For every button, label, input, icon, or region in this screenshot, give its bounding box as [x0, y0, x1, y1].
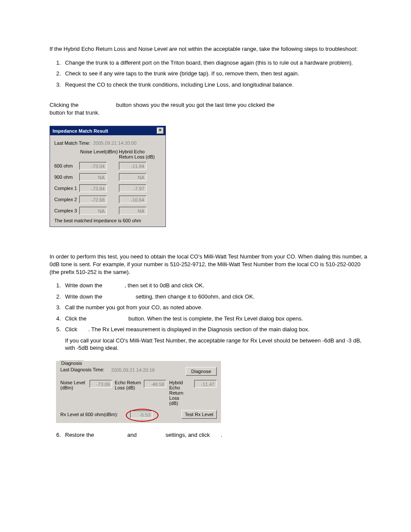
noise-value: -73.04 [79, 162, 107, 170]
text: , then set it to 0dB and click OK. [125, 282, 204, 289]
text: button shows you the result you got the … [116, 102, 274, 108]
herl-value: NA [119, 207, 146, 215]
impedance-dialog: Impedance Match Result ✕ Last Match Time… [50, 126, 166, 227]
diagnosis-panel: Diagnosis Last Diagnosis Time: 2005.09.2… [56, 361, 221, 423]
text: Click the [65, 315, 88, 322]
text: Clicking the [50, 102, 80, 108]
noise-level-label: Noise Level(dBm) [60, 380, 85, 390]
text: settings, and click [164, 432, 212, 438]
noise-value: NA [79, 173, 107, 181]
troubleshoot-intro: If the Hybrid Echo Return Loss and Noise… [50, 45, 368, 53]
troubleshoot-steps: Change the trunk to a different port on … [50, 59, 368, 89]
mw-step: Click the button. When the test is compl… [62, 315, 368, 323]
text: button. When the test is complete, the T… [127, 315, 303, 322]
text: setting, then change it to 600ohm, and c… [134, 293, 255, 300]
ts-step: Check to see if any wire taps to the tru… [62, 70, 368, 78]
diagnosis-legend: Diagnosis [59, 360, 84, 367]
text: . The Rx Level measurement is displayed … [88, 326, 310, 333]
mw-step: Write down the setting, then change it t… [62, 293, 368, 301]
imp-row-c1: Complex 1 -73.84 -7.97 [54, 184, 161, 192]
last-diag-time-value: 2005.09.21 14:20:18 [111, 367, 155, 373]
ts-step: Change the trunk to a different port on … [62, 59, 368, 67]
text: . [221, 432, 223, 438]
mw-step: Write down the , then set it to 0dB and … [62, 282, 368, 289]
milliwatt-intro: In order to perform this test, you need … [50, 253, 368, 276]
click-desc-2: button for that trunk. [50, 109, 368, 117]
mw-step: Call the number you got from your CO, as… [62, 304, 368, 311]
col-herl-1: Hybrid Echo [119, 149, 158, 154]
rx-level-value: -5.53 [130, 411, 153, 418]
ts-step: Request the CO to check the trunk condit… [62, 81, 368, 89]
noise-level-value: -73.06 [90, 380, 112, 388]
erl-value: -48.58 [144, 380, 166, 388]
imp-label: 900 ohm [54, 174, 79, 180]
imp-label: Complex 2 [54, 197, 79, 202]
imp-row-900: 900 ohm NA NA [54, 173, 161, 181]
erl-label: Echo ReturnLoss (dB) [115, 380, 141, 390]
noise-value: -72.68 [79, 196, 107, 203]
noise-value: -73.84 [79, 184, 107, 192]
imp-row-c3: Complex 3 NA NA [54, 207, 161, 215]
diagnose-button[interactable]: Diagnose [186, 367, 217, 376]
imp-label: Complex 1 [54, 186, 79, 191]
milliwatt-steps: Write down the , then set it to 0dB and … [50, 282, 368, 439]
click-desc: Clicking the button shows you the result… [50, 101, 368, 109]
text: and [126, 432, 138, 438]
last-match-time-value: 2005.09.21 14:20:00 [93, 140, 137, 146]
noise-value: NA [79, 207, 107, 215]
text: Write down the [65, 282, 104, 289]
mw-step: Restore the and settings, and click . [62, 431, 368, 439]
text: Write down the [65, 293, 104, 300]
herl-label: Hybrid EchoReturn Loss(dB) [169, 380, 194, 406]
imp-label: Complex 3 [54, 208, 79, 213]
last-match-time-label: Last Match Time: [54, 140, 93, 146]
rx-level-label: Rx Level at 600 ohm(dBm): [60, 412, 118, 417]
close-icon[interactable]: ✕ [157, 128, 164, 134]
dialog-title: Impedance Match Result [53, 128, 108, 134]
herl-value: -11.84 [119, 162, 146, 170]
imp-label: 600 ohm [54, 163, 79, 168]
last-diag-time-label: Last Diagnosis Time: [60, 367, 104, 372]
text: Click [65, 326, 79, 333]
herl-value: -10.64 [119, 196, 146, 203]
dialog-column-headers: Noise Level(dBm) Hybrid Echo Return Loss… [54, 149, 161, 159]
imp-row-c2: Complex 2 -72.68 -10.64 [54, 196, 161, 203]
herl-value: -11.47 [194, 380, 217, 388]
best-match-text: The best matched impedance is 600 ohm [54, 218, 161, 223]
dialog-titlebar: Impedance Match Result ✕ [50, 126, 165, 135]
col-noise: Noise Level(dBm) [80, 149, 119, 159]
mw-step-note: If you call your local CO's Milli-Watt T… [65, 337, 368, 352]
imp-row-600: 600 ohm -73.04 -11.84 [54, 162, 161, 170]
herl-value: -7.97 [119, 184, 146, 192]
col-herl-2: Return Loss (dB) [119, 154, 158, 159]
mw-step: Click . The Rx Level measurement is disp… [62, 326, 368, 423]
test-rx-level-button[interactable]: Test Rx Level [181, 410, 217, 419]
herl-value: NA [119, 173, 146, 181]
text: Restore the [65, 432, 96, 438]
